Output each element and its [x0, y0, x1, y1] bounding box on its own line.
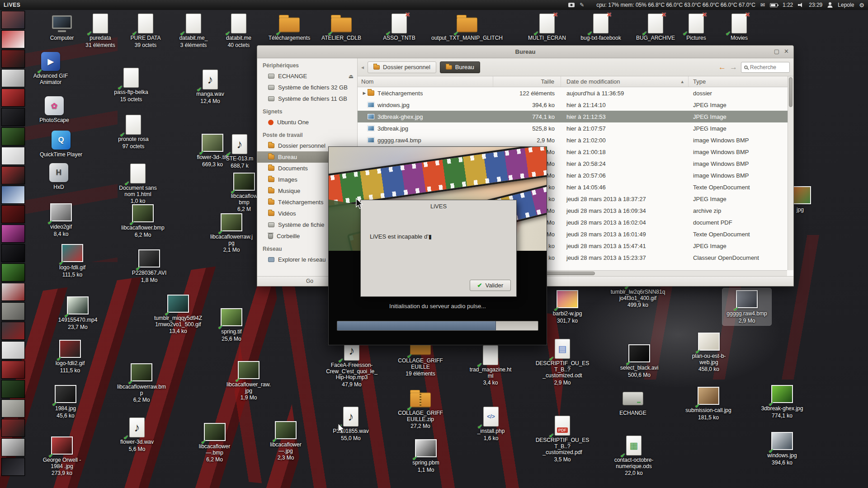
user-name[interactable]: Lepole	[838, 2, 854, 8]
clip-thumbnail[interactable]	[1, 89, 25, 107]
desktop-icon[interactable]: ✔ logo-fdli.gif 111,5 ko	[51, 242, 94, 278]
desktop-icon[interactable]: ✔ logo-fdli2.gif 111,5 ko	[48, 338, 92, 374]
clip-thumbnail[interactable]	[1, 302, 25, 320]
desktop-icon[interactable]: ✔ ECHANGE	[611, 388, 655, 418]
desktop-icon[interactable]: ✔ FaceA-Freesson-Crew_C'est_quoi_le_Hip-…	[324, 340, 379, 388]
search-input[interactable]	[750, 64, 783, 70]
desktop-icon[interactable]: ✔ libcacaflowerraw.jpg 2,1 Mo	[209, 211, 254, 253]
maximize-button[interactable]: ▢	[774, 48, 779, 55]
desktop-icon[interactable]: ✔ PURE DATA 39 octets	[124, 13, 167, 48]
clip-thumbnail[interactable]	[1, 166, 25, 184]
clip-thumbnail[interactable]	[1, 244, 25, 262]
desktop-icon[interactable]: ✔ BUG_ARCHIVE	[634, 13, 677, 42]
desktop-icon[interactable]: ✔ DESCRIPTIF_OU_EST_B..?_customized.pdf …	[535, 415, 590, 463]
desktop-icon[interactable]: ✿ ✔ PhotoScape	[33, 95, 76, 125]
desktop-icon[interactable]: ✔ databit.me_ 3 éléments	[172, 13, 215, 48]
desktop-icon[interactable]: ✔ output_TXT_MANIP_GLITCH	[429, 13, 505, 42]
desktop-icon[interactable]: ✔ puredata 31 éléments	[79, 13, 122, 48]
desktop-icon[interactable]: ✔ DESCRIPTIF_OU_EST_B..?_customized.odt …	[535, 338, 590, 386]
clip-thumbnail[interactable]	[1, 225, 25, 243]
desktop-icon[interactable]: ✔ submission-call.jpg 181,5 ko	[684, 385, 733, 421]
edit-icon[interactable]: ✎	[580, 2, 584, 8]
desktop-icon[interactable]: ✔ contact-octobre-numerique.ods 22,0 ko	[607, 435, 660, 477]
desktop-icon[interactable]: Q ✔ QuickTime Player	[38, 129, 84, 159]
desktop-icon[interactable]: ✔ 1984.jpg 45,6 ko	[44, 383, 87, 419]
desktop-icon[interactable]: ✔ MULTI_ECRAN	[525, 13, 569, 42]
clip-thumbnail[interactable]	[1, 399, 25, 418]
battery-icon[interactable]	[770, 3, 778, 7]
desktop-icon[interactable]: ✔ pass-ftp-belka 15 octets	[109, 67, 153, 103]
desktop-icon[interactable]: ✔ manga.wav 12,4 Mo	[189, 69, 232, 104]
desktop-icon[interactable]: ✔ ggggg.raw4.bmp 2,9 Mo	[722, 288, 771, 325]
scrollbar-thumb[interactable]	[789, 77, 793, 107]
clip-thumbnail[interactable]	[1, 361, 25, 379]
mail-icon[interactable]: ✉	[760, 2, 765, 8]
breadcrumb-desktop[interactable]: Bureau	[440, 61, 480, 73]
clip-thumbnail[interactable]	[1, 263, 25, 282]
desktop-icon[interactable]: ✔ COLLAGE_GRIFFEUILLE.zip 27,2 Mo	[398, 388, 443, 430]
desktop-icon[interactable]: ✔ pronote rosa 97 octets	[112, 114, 155, 150]
eject-icon[interactable]: ⏏	[349, 73, 354, 80]
clip-thumbnail[interactable]	[1, 108, 25, 126]
gear-icon[interactable]: ⚙	[859, 2, 864, 9]
clip-thumbnail[interactable]	[1, 380, 25, 398]
desktop-icon[interactable]: ✔ databit.me 40 octets	[217, 13, 260, 48]
close-button[interactable]: ✕	[784, 48, 789, 55]
file-row[interactable]: windows.jpg 394,6 ko hier à 21:14:10 JPE…	[358, 99, 793, 111]
clip-thumbnail[interactable]	[1, 283, 25, 301]
desktop-icon[interactable]: ✔ trad_magazine.html 3,4 ko	[468, 344, 513, 386]
clip-thumbnail[interactable]	[1, 205, 25, 223]
desktop-icon[interactable]: ✔ spring.pbm 1,1 Mo	[404, 437, 448, 473]
file-row[interactable]: ggggg.raw4.bmp 2,9 Mo hier à 21:02:00 im…	[358, 134, 793, 146]
vertical-scrollbar[interactable]	[788, 76, 793, 270]
desktop-icon[interactable]: ✔ Computer	[40, 13, 84, 42]
desktop-icon[interactable]: ✔ P3201855.wav 55,0 Mo	[329, 406, 373, 441]
desktop-icon[interactable]: ✔ P2280367.AVI 1,8 Mo	[127, 248, 171, 283]
clip-thumbnail[interactable]	[1, 322, 25, 340]
clip-thumbnail[interactable]	[1, 341, 25, 359]
column-name[interactable]: Nom	[358, 76, 493, 87]
sidebar-item[interactable]: ECHANGE ⏏	[257, 70, 357, 82]
clip-thumbnail[interactable]	[1, 50, 25, 68]
desktop-icon[interactable]: ✔ Pictures	[675, 13, 718, 42]
clip-thumbnail[interactable]	[1, 30, 25, 48]
desktop-icon[interactable]: H ✔ HxD	[37, 162, 80, 192]
desktop-icon[interactable]: ✔ 3dbreak-ghex.jpg 774,1 ko	[760, 383, 805, 419]
desktop-icon[interactable]: ✔ select_black.avi 500,6 Mo	[616, 343, 663, 378]
desktop-icon[interactable]: ✔ windows.jpg 394,6 ko	[760, 430, 805, 466]
expander-icon[interactable]: ▶	[361, 91, 368, 95]
file-row[interactable]: ▶ Téléchargements 122 éléments aujourd'h…	[358, 87, 793, 99]
desktop-icon[interactable]: ✔ libcacaflower—.bmp 6,2 Mo	[191, 421, 238, 463]
clip-thumbnail[interactable]	[1, 186, 25, 204]
desktop-icon[interactable]: ✔ 149155470.mp4 23,7 Mo	[56, 295, 99, 330]
column-size[interactable]: Taille	[493, 76, 561, 87]
breadcrumb-scroll-icon[interactable]: ◂	[361, 64, 364, 70]
volume-icon[interactable]	[798, 2, 804, 8]
desktop-icon[interactable]: ✔ _install.php 1,6 ko	[469, 406, 513, 441]
desktop-icon[interactable]: ✔ Téléchargements	[266, 13, 313, 42]
user-icon[interactable]	[827, 2, 833, 8]
clip-thumbnail[interactable]	[1, 127, 25, 145]
desktop-icon[interactable]: ✔ libcacaflower_raw.jpg 1,9 Mo	[226, 359, 271, 401]
sidebar-item[interactable]: Système de fichiers 11 GB	[257, 93, 357, 104]
desktop-icon[interactable]: ✔ ATELIER_CDLB	[320, 13, 363, 42]
desktop-icon[interactable]: ✔ Movies	[717, 13, 761, 42]
clip-thumbnail[interactable]	[1, 147, 25, 165]
desktop-icon[interactable]: ✔ video2gif 8,4 ko	[39, 202, 83, 237]
desktop-icon[interactable]: ✔ libcacaflow bmp 6,2 M	[228, 171, 260, 213]
back-button[interactable]: ←	[718, 63, 726, 72]
desktop-icon[interactable]: ▶ ✔ Advanced GIF Animator	[29, 51, 72, 86]
clip-thumbnail[interactable]	[1, 438, 25, 456]
sidebar-item[interactable]: Système de fichiers 32 GB	[257, 82, 357, 93]
column-type[interactable]: Type	[689, 76, 793, 87]
file-row[interactable]: 3dbreak-ghex.jpg 774,1 ko hier à 21:12:5…	[358, 111, 793, 122]
breadcrumb-home[interactable]: Dossier personnel	[368, 61, 436, 73]
desktop-icon[interactable]: ✔ barbi2-w.jpg 301,7 ko	[546, 288, 589, 324]
column-date[interactable]: Date de modification ▴	[561, 76, 689, 87]
forward-button[interactable]: →	[730, 63, 737, 72]
search-box[interactable]	[741, 62, 790, 73]
clip-thumbnail[interactable]	[1, 419, 25, 437]
window-titlebar[interactable]: Bureau ▢ ✕	[257, 46, 793, 58]
clip-thumbnail[interactable]	[1, 69, 25, 87]
desktop-icon[interactable]: ✔ libcacaflowerraw.bmp 6,2 Mo	[117, 361, 166, 404]
